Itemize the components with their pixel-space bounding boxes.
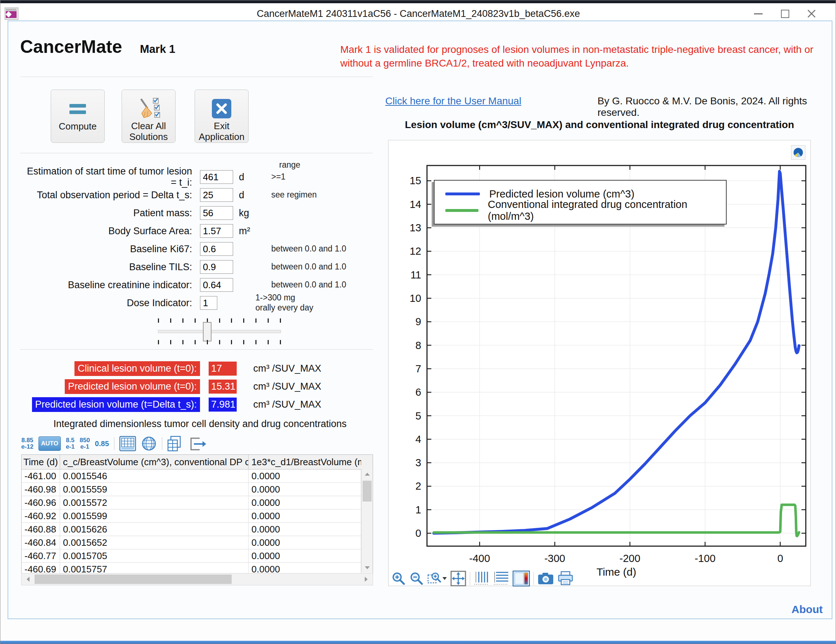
field-range: between 0.0 and 1.0	[271, 262, 346, 272]
column-header-cc[interactable]: c_c/BreastVolume (cm^3), conventional DP…	[60, 455, 248, 469]
down-arrow-icon	[365, 566, 370, 569]
column-header-cd1[interactable]: 1e3*c_d1/BreastVolume (mo	[248, 455, 361, 469]
field-input[interactable]	[200, 242, 233, 256]
table-cell: 0.0015599	[60, 510, 248, 522]
scroll-right-button[interactable]	[361, 574, 372, 584]
y-tick-label: 12	[410, 245, 421, 257]
toolbar-separator	[534, 572, 534, 585]
legend-line-sample	[445, 193, 480, 195]
close-button[interactable]	[801, 6, 822, 21]
x-tick-label: -400	[469, 552, 490, 564]
field-input[interactable]	[200, 170, 233, 184]
maximize-button[interactable]	[774, 6, 795, 21]
left-arrow-icon	[27, 577, 29, 582]
print-button[interactable]	[558, 571, 573, 586]
title-bar[interactable]: CancerMateM1 240311v1aC56 - CancerMateM1…	[0, 3, 836, 18]
form-row: Baseline creatinine indicator:between 0.…	[20, 276, 380, 294]
scroll-up-button[interactable]	[361, 469, 373, 479]
table-row[interactable]: -460.980.00155590.0000	[21, 483, 373, 496]
y-tick-label: 15	[410, 175, 421, 186]
compute-label: Compute	[59, 121, 97, 132]
table-row[interactable]: -460.840.00156520.0000	[21, 536, 373, 549]
field-range: >=1	[271, 172, 286, 182]
full-precision-button[interactable]: 8.85 e-12	[21, 437, 33, 450]
engineering-label-bottom: e-1	[80, 444, 89, 450]
engineering-notation-button[interactable]: 850 e-1	[80, 437, 90, 450]
legend-line-sample	[445, 209, 478, 212]
table-row[interactable]: -460.880.00156260.0000	[21, 523, 373, 536]
auto-notation-button[interactable]: AUTO	[39, 436, 61, 451]
vertical-scroll-thumb[interactable]	[362, 481, 372, 502]
field-input[interactable]	[200, 224, 233, 238]
field-label: Total observation period = Delta t_s:	[20, 190, 200, 201]
table-row[interactable]: -461.000.00155460.0000	[21, 469, 373, 483]
table-horizontal-scrollbar[interactable]	[21, 573, 373, 585]
form-row: Estimation of start time of tumor lesion…	[20, 168, 380, 186]
zoom-in-button[interactable]	[391, 571, 406, 586]
x-log-scale-button[interactable]	[474, 571, 490, 586]
table-format-toolbar: 8.85 e-12 AUTO 8.5 e-1 850 e-1 0.85	[21, 435, 206, 452]
column-header-time[interactable]: Time (d)	[21, 455, 60, 469]
snapshot-button[interactable]	[537, 571, 554, 586]
zoom-box-button[interactable]	[427, 571, 447, 586]
exit-application-button[interactable]: Exit Application	[194, 90, 248, 143]
right-arrow-icon	[365, 577, 367, 582]
zoom-box-icon	[427, 571, 447, 586]
sphere-plot-button[interactable]	[141, 436, 157, 451]
table-cell: 0.0000	[248, 483, 361, 496]
table-row[interactable]: -460.920.00155990.0000	[21, 510, 373, 523]
exit-icon	[212, 97, 231, 121]
decimal-notation-button[interactable]: 0.85	[95, 440, 109, 448]
table-row[interactable]: -460.960.00155720.0000	[21, 496, 373, 510]
compute-button[interactable]: Compute	[51, 90, 104, 143]
table-row[interactable]: -460.770.00157050.0000	[21, 549, 373, 563]
y-tick-label: 6	[415, 386, 421, 398]
field-input[interactable]	[200, 260, 233, 274]
comsol-logo-icon[interactable]	[791, 145, 805, 160]
x-log-axis-icon	[474, 571, 490, 586]
slider-track[interactable]	[158, 330, 281, 333]
x-axis-label: Time (d)	[596, 566, 636, 578]
export-table-button[interactable]	[189, 436, 206, 451]
output-unit: cm³ /SUV_MAX	[253, 363, 321, 374]
series-line-0	[434, 171, 799, 533]
y-tick-label: 10	[410, 293, 421, 304]
colorbar-toggle-button[interactable]	[513, 570, 530, 587]
table-cell: -460.88	[21, 523, 60, 536]
chart-title: Lesion volume (cm^3/SUV_MAX) and convent…	[388, 119, 811, 131]
copy-table-button[interactable]	[167, 436, 184, 451]
minimize-button[interactable]	[748, 6, 769, 21]
scroll-down-button[interactable]	[361, 563, 373, 573]
table-cell: -460.77	[21, 549, 60, 562]
user-manual-link[interactable]: Click here for the User Manual	[385, 95, 521, 107]
y-tick-label: 0	[415, 528, 421, 539]
compute-icon	[69, 97, 86, 121]
exit-application-label: Exit Application	[195, 121, 248, 142]
scientific-notation-button[interactable]: 8.5 e-1	[66, 437, 75, 450]
scroll-left-button[interactable]	[22, 574, 33, 584]
clear-all-solutions-button[interactable]: Clear All Solutions	[122, 90, 176, 143]
table-cell: 0.0000	[248, 469, 361, 482]
field-input[interactable]	[200, 296, 217, 310]
field-input[interactable]	[200, 278, 233, 292]
about-link[interactable]: About	[756, 603, 823, 616]
broom-checklist-icon	[137, 97, 160, 121]
field-input[interactable]	[200, 206, 233, 220]
zoom-extents-button[interactable]	[451, 570, 466, 587]
slider-ticks-top	[158, 319, 281, 323]
table-view-button[interactable]	[119, 436, 136, 451]
output-value: 7.981	[209, 397, 237, 412]
application-window: CancerMateM1 240311v1aC56 - CancerMateM1…	[0, 0, 836, 644]
table-vertical-scrollbar[interactable]	[361, 469, 373, 573]
table-cell: -460.84	[21, 536, 60, 549]
field-input[interactable]	[200, 188, 233, 202]
scientific-label-top: 8.5	[66, 437, 75, 444]
zoom-out-button[interactable]	[409, 571, 424, 586]
y-log-scale-button[interactable]	[493, 571, 509, 586]
results-table-header: Time (d) c_c/BreastVolume (cm^3), conven…	[21, 455, 373, 469]
slider-thumb[interactable]	[203, 322, 212, 342]
field-label: Patient mass:	[20, 208, 200, 219]
results-table: Time (d) c_c/BreastVolume (cm^3), conven…	[21, 454, 373, 576]
horizontal-scroll-thumb[interactable]	[34, 575, 232, 584]
table-cell: 0.0000	[248, 510, 361, 522]
